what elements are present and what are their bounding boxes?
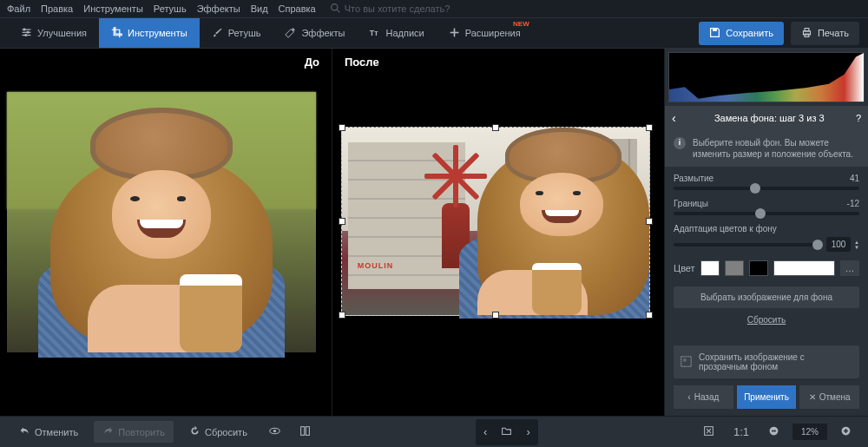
menu-view[interactable]: Вид	[251, 3, 268, 14]
svg-rect-3	[23, 31, 31, 32]
tool-tabs: Улучшения Инструменты Ретушь Эффекты TтН…	[9, 18, 533, 48]
swatch-custom[interactable]	[773, 260, 835, 276]
blur-value: 41	[850, 174, 859, 183]
menu-retouch[interactable]: Ретушь	[154, 3, 187, 14]
swatch-white[interactable]	[700, 260, 720, 276]
resize-handle[interactable]	[492, 124, 499, 131]
crop-icon	[111, 27, 122, 40]
tab-instruments[interactable]: Инструменты	[99, 18, 200, 48]
blur-label: Размытие	[674, 174, 713, 183]
redo-icon	[102, 425, 114, 438]
adapt-track[interactable]	[674, 243, 823, 247]
adapt-label: Адаптация цветов к фону	[665, 217, 868, 237]
menu-help[interactable]: Справка	[279, 3, 316, 14]
zoom-value[interactable]: 12%	[792, 424, 827, 440]
fit-icon[interactable]	[697, 421, 720, 444]
edges-value: -12	[847, 199, 859, 208]
zoom-in-icon[interactable]	[834, 421, 858, 444]
resize-handle[interactable]	[646, 218, 653, 225]
tab-text[interactable]: TтНадписи	[357, 18, 436, 48]
workspace: До После MOULIN ‹ Замена фона: шаг 3 из …	[0, 49, 868, 416]
sliders-icon	[21, 27, 32, 40]
reset-button[interactable]: Сбросить	[181, 421, 256, 443]
print-button[interactable]: Печать	[791, 22, 859, 45]
edges-track[interactable]	[674, 212, 859, 215]
cancel-button[interactable]: ✕Отмена	[799, 385, 859, 409]
resize-handle[interactable]	[339, 124, 345, 131]
color-label: Цвет	[674, 263, 695, 273]
tab-label: Ретушь	[228, 28, 261, 38]
print-icon	[801, 27, 812, 40]
prev-icon[interactable]: ‹	[477, 421, 493, 443]
canvas-after[interactable]: После MOULIN	[332, 49, 665, 416]
save-icon	[709, 27, 720, 40]
after-label: После	[345, 56, 379, 69]
reset-link[interactable]: Сбросить	[665, 312, 868, 328]
reset-label: Сбросить	[205, 427, 247, 437]
svg-rect-11	[713, 28, 717, 30]
back-icon[interactable]: ‹	[672, 111, 676, 125]
wand-icon	[285, 27, 296, 40]
edges-slider: Границы-12	[665, 192, 868, 217]
svg-rect-16	[683, 358, 686, 361]
resize-handle[interactable]	[646, 124, 653, 131]
moulin-sign: MOULIN	[358, 261, 394, 270]
tab-enhancements[interactable]: Улучшения	[9, 18, 99, 48]
blur-slider: Размытие41	[665, 167, 868, 192]
image-after[interactable]: MOULIN	[341, 127, 650, 316]
svg-rect-23	[772, 430, 776, 431]
info-icon: i	[674, 137, 686, 149]
resize-handle[interactable]	[339, 312, 345, 319]
back-button[interactable]: ‹Назад	[674, 385, 733, 409]
svg-rect-26	[845, 429, 847, 433]
svg-rect-19	[301, 426, 305, 435]
resize-handle[interactable]	[339, 218, 345, 225]
search-input[interactable]	[345, 3, 466, 14]
adapt-value[interactable]: 100	[826, 237, 851, 252]
adapt-spinner[interactable]: ▲▼	[854, 240, 859, 250]
adapt-knob[interactable]	[812, 240, 823, 250]
resize-handle[interactable]	[492, 312, 499, 319]
choose-bg-button[interactable]: Выбрать изображение для фона	[674, 286, 859, 308]
actual-size[interactable]: 1:1	[727, 421, 755, 443]
svg-rect-13	[805, 28, 809, 30]
save-transparent-button[interactable]: Сохранить изображение с прозрачным фоном	[674, 345, 859, 378]
compare-icon[interactable]	[293, 421, 317, 444]
zoom-out-icon[interactable]	[762, 421, 786, 444]
menu-edit[interactable]: Правка	[41, 3, 73, 14]
next-icon[interactable]: ›	[520, 421, 536, 443]
tab-effects[interactable]: Эффекты	[273, 18, 357, 48]
resize-handle[interactable]	[646, 312, 653, 319]
blur-track[interactable]	[674, 187, 859, 190]
save-transparent-label: Сохранить изображение с прозрачным фоном	[699, 352, 852, 371]
svg-point-18	[273, 429, 276, 431]
svg-point-6	[27, 30, 30, 33]
tab-extensions[interactable]: РасширенияNEW	[437, 18, 533, 48]
svg-rect-14	[805, 34, 809, 36]
canvas-before: До	[0, 49, 332, 416]
svg-rect-20	[306, 426, 309, 435]
folder-icon[interactable]	[495, 421, 518, 444]
menu-tools[interactable]: Инструменты	[83, 3, 143, 14]
undo-icon	[19, 425, 30, 438]
menu-file[interactable]: Файл	[7, 3, 30, 14]
blur-knob[interactable]	[750, 183, 760, 194]
apply-button[interactable]: Применить	[737, 385, 797, 409]
svg-point-5	[23, 28, 26, 30]
undo-button[interactable]: Отменить	[10, 421, 87, 443]
before-label: До	[305, 56, 319, 69]
more-colors[interactable]: …	[840, 260, 859, 276]
menu-effects[interactable]: Эффекты	[197, 3, 240, 14]
swatch-black[interactable]	[749, 260, 768, 276]
color-row: Цвет …	[665, 257, 868, 283]
swatch-gray[interactable]	[725, 260, 744, 276]
tab-label: Эффекты	[301, 28, 345, 38]
histogram	[668, 52, 865, 102]
redo-button[interactable]: Повторить	[94, 421, 174, 443]
help-icon[interactable]: ?	[856, 113, 861, 123]
tab-retouch[interactable]: Ретушь	[200, 18, 273, 48]
eye-icon[interactable]	[263, 421, 286, 444]
save-button[interactable]: Сохранить	[699, 22, 784, 45]
svg-line-1	[337, 10, 339, 12]
tab-label: Надписи	[385, 28, 424, 38]
